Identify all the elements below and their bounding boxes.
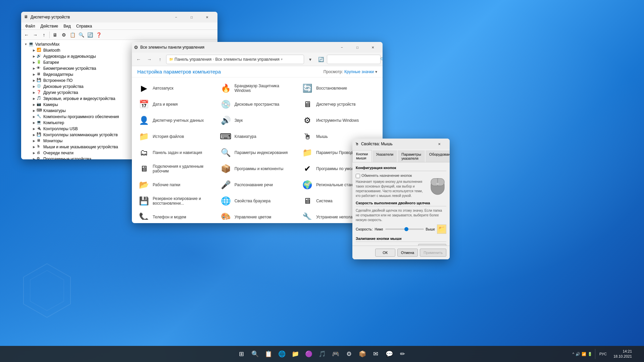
cp-item-5[interactable]: 🖥 Диспетчер устройств [298,96,380,112]
dm-btn1[interactable]: 🖥 [51,31,59,39]
control-panel-titlebar[interactable]: ⚙ Все элементы панели управления − □ ✕ [132,42,383,53]
cp-breadcrumb-2[interactable]: Все элементы панели управления [215,57,280,62]
taskbar-language[interactable]: РУС [598,352,608,356]
cp-view-dropdown[interactable]: ▾ [375,69,377,74]
cp-item-18[interactable]: 📂 Рабочие папки [135,177,216,193]
tree-expand-17[interactable]: ▶ [31,150,37,156]
cp-item-16[interactable]: 📦 Программы и компоненты [216,161,298,177]
tree-expand-6[interactable]: ▶ [31,84,37,89]
cp-item-1[interactable]: 🔥 Брандмауэр Защитника Windows [216,80,298,96]
systray-chevron[interactable]: ^ [573,352,574,356]
device-manager-maximize[interactable]: □ [184,12,199,22]
cp-item-12[interactable]: 🗂 Панель задач и навигация [135,145,216,161]
mouse-cancel[interactable]: Отмена [397,249,418,257]
dm-btn4[interactable]: 🔍 [77,31,85,39]
cp-forward[interactable]: → [145,55,154,64]
dm-back-btn[interactable]: ← [22,31,31,39]
tab-pointers[interactable]: Указатели [373,150,397,162]
tree-expand-14[interactable]: ▶ [31,132,37,138]
tree-expand-11[interactable]: ▶ [31,114,37,119]
cp-item-3[interactable]: 📅 Дата и время [135,96,216,112]
mouse-speed-track[interactable] [385,228,424,230]
menu-action[interactable]: Действие [38,23,61,29]
cp-item-13[interactable]: 🔍 Параметры индексирования [216,145,298,161]
mouse-folder-dblclick[interactable]: 📁 [437,224,446,234]
tree-expand-1[interactable]: ▶ [31,54,37,59]
cp-item-0[interactable]: ▶ Автозапуск [135,80,216,96]
tab-hardware[interactable]: Оборудование [426,150,450,162]
taskbar-store[interactable]: 📦 [356,348,368,360]
dm-btn5[interactable]: 🔄 [86,31,94,39]
cp-item-9[interactable]: 📁 История файлов [135,128,216,145]
cp-breadcrumb-1[interactable]: Панель управления [175,57,211,62]
cp-item-24[interactable]: 📞 Телефон и модем [135,209,216,220]
device-manager-minimize[interactable]: − [168,12,184,22]
mouse-speed-thumb[interactable] [404,227,408,231]
taskbar-settings[interactable]: ⚙ [343,348,355,360]
tree-expand-15[interactable]: ▶ [31,138,37,144]
taskbar-chat[interactable]: 💬 [383,348,395,360]
mouse-props-titlebar[interactable]: 🖱 Свойства: Мышь ✕ [352,139,450,149]
mouse-ok[interactable]: ОК [375,249,395,257]
tab-pointer-options[interactable]: Параметры указателя [398,150,425,162]
taskbar-app1[interactable]: 🟣 [303,348,315,360]
dm-btn6[interactable]: ❓ [95,31,103,39]
cp-item-19[interactable]: 🎤 Распознавание речи [216,177,298,193]
cp-minimize[interactable]: − [334,42,350,53]
mouse-close[interactable]: ✕ [432,139,447,149]
dm-forward-btn[interactable]: → [31,31,39,39]
cp-item-2[interactable]: 🔄 Восстановление [298,80,380,96]
taskbar-search[interactable]: 🔍 [249,348,261,360]
cp-item-25[interactable]: 🎨 Управление цветом [216,209,298,220]
systray-network[interactable]: 📶 [582,352,586,356]
cp-item-15[interactable]: 🖥 Подключения к удаленным рабочим [135,161,216,177]
dm-up-btn[interactable]: ↑ [40,31,48,39]
cp-dropdown-btn[interactable]: ▾ [305,55,315,64]
tab-buttons[interactable]: Кнопки мыши [352,150,372,162]
menu-help[interactable]: Справка [73,23,95,29]
taskbar-edge[interactable]: 🌐 [276,348,288,360]
tree-expand-5[interactable]: ▶ [31,78,37,83]
tree-expand-7[interactable]: ▶ [31,90,37,95]
tree-expand-9[interactable]: ▶ [31,102,37,107]
tree-expand-0[interactable]: ▶ [31,48,37,53]
tree-expand-2[interactable]: ▶ [31,60,37,65]
cp-view-mode[interactable]: Крупные значки [344,69,374,74]
tree-expand-10[interactable]: ▶ [31,108,37,113]
tree-expand-18[interactable]: ▶ [31,156,37,159]
taskbar-clock[interactable]: 14:21 18.10.2021 [611,349,635,359]
taskbar-taskview[interactable]: 📋 [262,348,275,360]
cp-address-bar[interactable]: 📁 Панель управления › Все элементы панел… [166,55,304,64]
tree-expand-3[interactable]: ▶ [31,66,37,71]
dm-btn3[interactable]: 📋 [68,31,77,39]
tree-expand-8[interactable]: ▶ [31,96,37,101]
cp-item-21[interactable]: 💾 Резервное копирование и восстановлени.… [135,193,216,209]
systray-battery[interactable]: 🔋 [588,352,592,356]
cp-back[interactable]: ← [134,55,143,64]
taskbar-start[interactable]: ⊞ [236,348,248,360]
taskbar-ps[interactable]: 🎮 [330,348,342,360]
menu-file[interactable]: Файл [22,23,38,29]
taskbar-spotify[interactable]: 🎵 [316,348,328,360]
mouse-swap-checkbox[interactable] [356,174,360,178]
cp-close[interactable]: ✕ [365,42,381,53]
cp-item-10[interactable]: ⌨ Клавиатура [216,128,298,145]
tree-expand-4[interactable]: ▶ [31,72,37,77]
taskbar-pen[interactable]: ✏ [397,348,409,360]
cp-up[interactable]: ↑ [155,55,165,64]
cp-search-input[interactable] [330,57,380,62]
cp-refresh[interactable]: 🔄 [316,55,326,64]
cp-item-22[interactable]: 🌐 Свойства браузера [216,193,298,209]
cp-item-4[interactable]: 💿 Дисковые пространства [216,96,298,112]
cp-item-7[interactable]: 🔊 Звук [216,112,298,128]
tree-expand-13[interactable]: ▶ [31,126,37,132]
device-manager-close[interactable]: ✕ [199,12,215,22]
cp-item-8[interactable]: ⚙ Инструменты Windows [298,112,380,128]
menu-view[interactable]: Вид [61,23,73,29]
taskbar-explorer[interactable]: 📁 [289,348,301,360]
dm-btn2[interactable]: ⚙ [60,31,68,39]
taskbar-systray[interactable]: ^ 🔊 📶 🔋 [573,352,592,356]
tree-expand-12[interactable]: ▶ [31,120,37,125]
cp-item-6[interactable]: 👤 Диспетчер учетных данных [135,112,216,128]
root-expand-icon[interactable]: ▼ [23,42,29,47]
